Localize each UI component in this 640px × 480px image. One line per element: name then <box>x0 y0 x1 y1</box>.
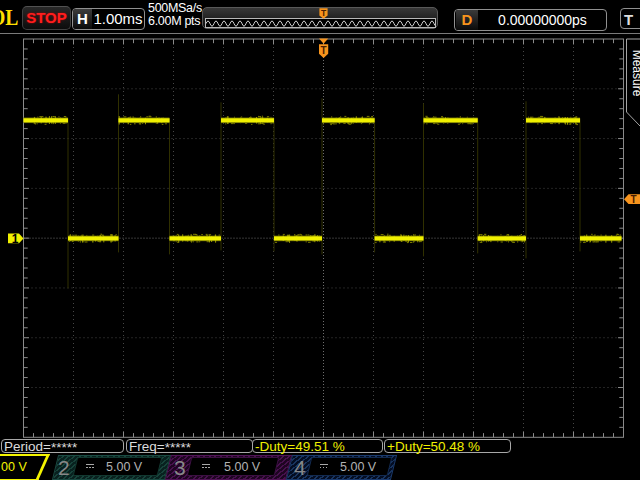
svg-text:T: T <box>321 8 327 18</box>
svg-text:Measure: Measure <box>630 50 640 97</box>
svg-text:1: 1 <box>12 232 19 246</box>
svg-text:T: T <box>630 194 636 205</box>
svg-text:T: T <box>321 45 327 56</box>
